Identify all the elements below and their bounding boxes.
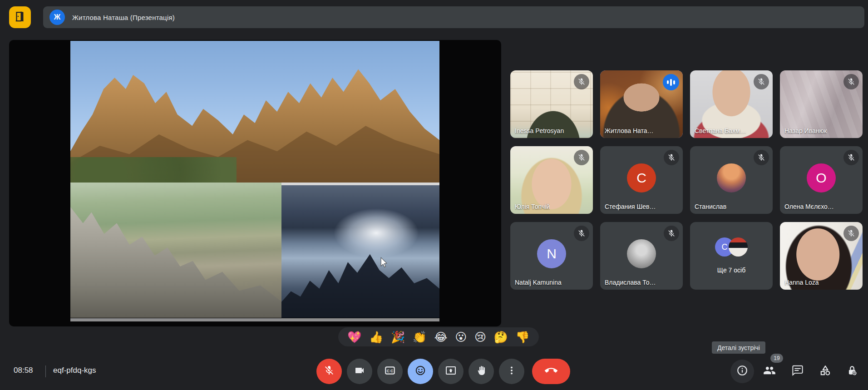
presenter-title: Житлова Наташа (Презентація) [72, 14, 175, 21]
participant-name: Юлія Топчій [515, 203, 550, 210]
reactions-bar: 💖👍🎉👏😂😮😢🤔👎 [338, 327, 539, 346]
home-door-button[interactable] [9, 6, 31, 28]
participant-tile[interactable]: Станислав [690, 146, 773, 214]
participant-name: Ще 7 осіб [690, 267, 773, 274]
participant-tile[interactable]: NNatalj Kamunina [510, 222, 593, 290]
mic-muted-icon [574, 150, 589, 165]
mic-muted-icon [843, 150, 859, 165]
activities-button[interactable] [819, 365, 832, 378]
raise-hand-button[interactable] [469, 359, 494, 384]
participant-tile[interactable]: Юлія Топчій [510, 146, 593, 214]
participant-name: Владислава То… [605, 279, 656, 286]
mic-muted-icon [574, 74, 589, 89]
host-controls-button[interactable] [846, 365, 858, 378]
participant-name: Hanna Loza [784, 279, 819, 286]
videocam-icon [354, 365, 365, 378]
status-divider [45, 365, 46, 377]
slide-photo-storm [281, 185, 439, 318]
people-icon [763, 364, 776, 379]
more-vert-icon [506, 365, 517, 378]
participant-count-badge: 19 [770, 354, 783, 363]
avatar [717, 163, 746, 192]
reaction-emoji-button[interactable]: 👎 [515, 331, 529, 343]
participant-tile[interactable]: Владислава То… [600, 222, 683, 290]
slide-photo-valley [70, 183, 281, 318]
end-call-button[interactable] [532, 359, 570, 384]
participant-name: Назар Иванюк [784, 127, 827, 134]
presenter-avatar: Ж [49, 10, 65, 25]
participant-tile[interactable]: ССтефания Шев… [600, 146, 683, 214]
reaction-emoji-button[interactable]: 💖 [347, 331, 361, 343]
participant-tile[interactable]: Inessa Petrosyan [510, 70, 593, 138]
participants-button[interactable] [763, 365, 776, 378]
avatar: С [627, 163, 656, 192]
mouse-cursor [380, 257, 388, 270]
reaction-emoji-button[interactable]: 🤔 [494, 331, 508, 343]
participant-tile[interactable]: ООлена Мєлєхо… [780, 146, 863, 214]
present-icon [445, 365, 456, 378]
participant-tile[interactable]: СЩе 7 осіб [690, 222, 773, 290]
overflow-avatars: С [690, 237, 773, 257]
activities-shapes-icon [819, 365, 831, 378]
participant-name: Natalj Kamunina [515, 279, 562, 286]
mic-muted-icon [843, 226, 859, 241]
mic-muted-icon [754, 150, 769, 165]
present-screen-button[interactable] [438, 359, 464, 384]
participant-name: Светлана Бахм… [695, 127, 746, 134]
reaction-emoji-button[interactable]: 🎉 [391, 331, 405, 343]
avatar [627, 239, 656, 268]
camera-button[interactable] [347, 359, 372, 384]
reaction-emoji-button[interactable]: 😂 [434, 331, 447, 343]
participant-name: Inessa Petrosyan [515, 127, 564, 134]
captions-icon: CC [384, 365, 396, 378]
hand-icon [476, 365, 487, 378]
lock-clock-icon [846, 365, 858, 378]
participant-tile[interactable]: Hanna Loza [780, 222, 863, 290]
participant-tile[interactable]: Светлана Бахм… [690, 70, 773, 138]
meeting-details-tooltip: Деталі зустрічі [712, 341, 765, 354]
more-options-button[interactable] [499, 359, 524, 384]
chat-icon [792, 365, 804, 378]
meeting-code: eqf-pfdq-kgs [53, 366, 96, 375]
presenting-banner: Ж Житлова Наташа (Презентація) [43, 6, 864, 28]
avatar [729, 237, 748, 257]
presentation-slide [70, 41, 439, 318]
mic-muted-icon [754, 74, 769, 89]
call-end-icon [545, 364, 557, 379]
participant-name: Стефания Шев… [605, 203, 656, 210]
slide-bottom-strip [70, 318, 439, 321]
captions-button[interactable]: CC [377, 359, 403, 384]
clock-time: 08:58 [14, 366, 33, 375]
participant-name: Житлова Ната… [605, 127, 654, 134]
svg-text:C: C [390, 369, 394, 373]
participant-name: Станислав [695, 203, 726, 210]
speaking-indicator-icon [663, 74, 679, 90]
door-icon [13, 10, 27, 25]
participants-grid: Inessa PetrosyanЖитлова Ната…Светлана Ба… [510, 70, 863, 290]
mic-muted-icon [843, 74, 859, 89]
smiley-icon [414, 365, 426, 378]
reaction-emoji-button[interactable]: 👏 [413, 331, 427, 343]
participant-tile[interactable]: Житлова Ната… [600, 70, 683, 138]
mic-off-icon [324, 365, 335, 378]
mic-muted-icon [664, 226, 679, 241]
mic-mute-button[interactable] [316, 359, 342, 384]
participant-tile[interactable]: Назар Иванюк [780, 70, 863, 138]
slide-photo-rock-peaks [70, 41, 439, 183]
chat-button[interactable] [791, 365, 804, 378]
participant-name: Олена Мєлєхо… [784, 203, 834, 210]
reaction-emoji-button[interactable]: 😢 [474, 331, 486, 343]
mic-muted-icon [664, 150, 679, 165]
info-icon [736, 365, 748, 378]
mic-muted-icon [574, 226, 589, 241]
reaction-emoji-button[interactable]: 😮 [455, 331, 467, 343]
avatar: О [807, 163, 836, 192]
reactions-button[interactable] [408, 359, 433, 384]
svg-text:C: C [387, 369, 390, 373]
avatar: N [537, 239, 566, 268]
shared-screen-area[interactable] [9, 40, 501, 326]
reaction-emoji-button[interactable]: 👍 [369, 331, 383, 343]
meeting-details-button[interactable] [730, 360, 754, 383]
